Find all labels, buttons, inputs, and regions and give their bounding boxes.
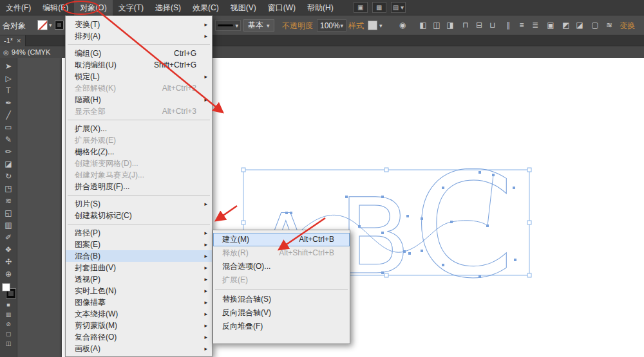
style-swatch-dropdown[interactable]: ▾ bbox=[368, 19, 383, 32]
rectangle-tool[interactable]: ▭ bbox=[0, 122, 17, 134]
draw-mode-icon[interactable]: ▢ bbox=[0, 329, 17, 339]
stroke-weight-dropdown[interactable]: ▾ bbox=[215, 20, 241, 31]
arrange-documents-icon[interactable]: ▦ bbox=[372, 2, 386, 13]
screen-mode-icon[interactable]: ◫ bbox=[0, 339, 17, 349]
blend-submenu-item-expand[interactable]: 扩展(E) bbox=[213, 273, 350, 287]
paintbrush-tool[interactable]: ✎ bbox=[0, 134, 17, 146]
object-menu-item-object-mosaic[interactable]: 创建对象马赛克(J)... bbox=[66, 169, 212, 181]
object-menu-item-lock[interactable]: 锁定(L)▸ bbox=[66, 71, 212, 82]
shape-mode-subtract-icon[interactable]: ◪ bbox=[574, 20, 585, 31]
fill-stroke-swatches[interactable] bbox=[0, 282, 17, 300]
shape-builder-tool[interactable]: ◱ bbox=[0, 207, 17, 219]
fill-color-swatch[interactable] bbox=[2, 283, 10, 291]
blend-submenu-item-make[interactable]: 建立(M)Alt+Ctrl+B bbox=[213, 233, 350, 246]
line-segment-tool[interactable]: ╱ bbox=[0, 109, 17, 122]
horizontal-align-right-icon[interactable]: ◨ bbox=[444, 20, 456, 31]
pencil-tool[interactable]: ✏ bbox=[0, 146, 17, 158]
object-menu-item-show-all[interactable]: 显示全部Alt+Ctrl+3 bbox=[66, 105, 212, 117]
width-tool[interactable]: ≋ bbox=[0, 195, 17, 207]
style-link[interactable]: 样式 bbox=[348, 21, 364, 32]
object-menu-item-image-trace[interactable]: 图像描摹▸ bbox=[66, 297, 212, 308]
menubar-item-select[interactable]: 选择(S) bbox=[149, 0, 187, 15]
menubar-item-object[interactable]: 对象(O) bbox=[74, 0, 112, 15]
object-menu-item-blend[interactable]: 混合(B)▸ bbox=[66, 250, 212, 262]
none-fill-icon[interactable]: ⊘ bbox=[0, 320, 17, 329]
recolor-artwork-icon[interactable]: ◉ bbox=[397, 20, 408, 31]
horizontal-align-left-icon[interactable]: ◧ bbox=[417, 20, 429, 31]
type-tool[interactable]: T bbox=[0, 85, 17, 97]
eraser-tool[interactable]: ◪ bbox=[0, 158, 17, 170]
pen-tool[interactable]: ✒ bbox=[0, 97, 17, 109]
hand-tool[interactable]: ✣ bbox=[0, 256, 17, 268]
color-fill-icon[interactable]: ■ bbox=[0, 300, 17, 310]
menubar-item-window[interactable]: 窗口(W) bbox=[262, 0, 301, 15]
object-menu-item-perspective[interactable]: 透视(P)▸ bbox=[66, 273, 212, 285]
blend-submenu-item-replace-spine[interactable]: 替换混合轴(S) bbox=[213, 293, 350, 306]
zoom-tool[interactable]: ⊕ bbox=[0, 268, 17, 280]
blend-submenu-item-release[interactable]: 释放(R)Alt+Shift+Ctrl+B bbox=[213, 246, 350, 260]
menubar-item-effect[interactable]: 效果(C) bbox=[187, 0, 225, 15]
vertical-align-center-icon[interactable]: ⊟ bbox=[473, 20, 485, 31]
object-menu-item-gradient-mesh[interactable]: 创建渐变网格(D)... bbox=[66, 158, 212, 169]
blend-submenu-item-reverse-front-to-back[interactable]: 反向堆叠(F) bbox=[213, 320, 350, 333]
object-menu-item-artboards[interactable]: 画板(A)▸ bbox=[66, 343, 212, 354]
vertical-align-bottom-icon[interactable]: ⊔ bbox=[487, 20, 498, 31]
object-menu-item-crop-marks[interactable]: 创建裁切标记(C) bbox=[66, 210, 212, 221]
object-menu-item-flatten-transparency[interactable]: 拼合透明度(F)... bbox=[66, 181, 212, 192]
align-options-icon[interactable]: ▣ bbox=[545, 20, 556, 31]
blend-submenu-item-reverse-spine[interactable]: 反向混合轴(V) bbox=[213, 306, 350, 320]
object-menu-item-expand-appearance[interactable]: 扩展外观(E) bbox=[66, 134, 212, 146]
object-menu-item-envelope-distort[interactable]: 封套扭曲(V)▸ bbox=[66, 262, 212, 273]
brush-definition-dropdown[interactable]: 基本 ▾ bbox=[243, 19, 274, 32]
gradient-tool[interactable]: ▥ bbox=[0, 219, 17, 232]
shape-mode-unite-icon[interactable]: ◩ bbox=[560, 20, 572, 31]
workspace-switcher-icon[interactable]: ▤ ▾ bbox=[391, 2, 406, 13]
object-menu-item-group[interactable]: 编组(G)Ctrl+G bbox=[66, 48, 212, 59]
tab-close-icon[interactable]: × bbox=[17, 35, 21, 46]
menubar-item-view[interactable]: 视图(V) bbox=[225, 0, 262, 15]
direct-selection-tool[interactable]: ▷ bbox=[0, 73, 17, 85]
fill-swatch-caret-icon[interactable]: ▾ bbox=[49, 22, 52, 28]
menubar-item-type[interactable]: 文字(T) bbox=[113, 0, 149, 15]
rotate-tool[interactable]: ↻ bbox=[0, 170, 17, 183]
object-menu-item-ungroup[interactable]: 取消编组(U)Shift+Ctrl+G bbox=[66, 59, 212, 71]
menubar-item-edit[interactable]: 编辑(E) bbox=[37, 0, 74, 15]
object-menu-item-transform[interactable]: 变换(T)▸ bbox=[66, 19, 212, 30]
distribute-spacing-icon[interactable]: ≣ bbox=[529, 20, 541, 31]
distribute-vertical-icon[interactable]: ≡ bbox=[516, 20, 527, 31]
opacity-dropdown[interactable]: 100% ▾ bbox=[317, 19, 346, 32]
stroke-swatch[interactable] bbox=[55, 21, 63, 29]
object-menu-item-hide[interactable]: 隐藏(H)▸ bbox=[66, 94, 212, 105]
selection-tool[interactable]: ➤ bbox=[0, 60, 17, 73]
object-menu-item-rasterize[interactable]: 栅格化(Z)... bbox=[66, 146, 212, 158]
expand-options-icon[interactable]: ▢ bbox=[589, 20, 601, 31]
blend-submenu-item-blend-options[interactable]: 混合选项(O)... bbox=[213, 260, 350, 273]
transform-link[interactable]: 变换 bbox=[620, 21, 635, 32]
bridge-icon[interactable]: ▣ bbox=[354, 2, 368, 13]
opacity-link[interactable]: 不透明度 bbox=[282, 21, 313, 32]
distribute-horizontal-icon[interactable]: ∥ bbox=[502, 20, 514, 31]
panel-menu-icon[interactable]: ≋ bbox=[603, 20, 615, 31]
object-menu-item-unlock-all[interactable]: 全部解锁(K)Alt+Ctrl+2 bbox=[66, 82, 212, 94]
object-menu-item-pattern[interactable]: 图案(E)▸ bbox=[66, 239, 212, 250]
document-tab[interactable]: -1* × bbox=[0, 35, 26, 46]
object-menu-item-arrange[interactable]: 排列(A)▸ bbox=[66, 30, 212, 42]
scale-tool[interactable]: ◳ bbox=[0, 183, 17, 195]
object-menu-item-text-wrap[interactable]: 文本绕排(W)▸ bbox=[66, 308, 212, 320]
object-menu-item-expand[interactable]: 扩展(X)... bbox=[66, 123, 212, 134]
object-menu-item-live-paint[interactable]: 实时上色(N)▸ bbox=[66, 285, 212, 297]
submenu-arrow-icon: ▸ bbox=[204, 262, 207, 273]
object-menu-item-path[interactable]: 路径(P)▸ bbox=[66, 227, 212, 239]
menubar-item-file[interactable]: 文件(F) bbox=[0, 0, 37, 15]
eyedropper-tool[interactable]: ✐ bbox=[0, 232, 17, 244]
vertical-align-top-icon[interactable]: ⊓ bbox=[460, 20, 471, 31]
horizontal-align-center-icon[interactable]: ◫ bbox=[431, 20, 442, 31]
object-menu-item-clipping-mask[interactable]: 剪切蒙版(M)▸ bbox=[66, 320, 212, 331]
menubar-item-help[interactable]: 帮助(H) bbox=[301, 0, 339, 15]
object-menu-item-compound-path[interactable]: 复合路径(O)▸ bbox=[66, 331, 212, 343]
gradient-fill-icon[interactable]: ▥ bbox=[0, 310, 17, 320]
object-menu-item-slice[interactable]: 切片(S)▸ bbox=[66, 198, 212, 210]
object-menu-item-label: 路径(P) bbox=[75, 227, 100, 239]
fill-swatch[interactable] bbox=[37, 20, 48, 30]
blend-tool[interactable]: ❖ bbox=[0, 244, 17, 256]
